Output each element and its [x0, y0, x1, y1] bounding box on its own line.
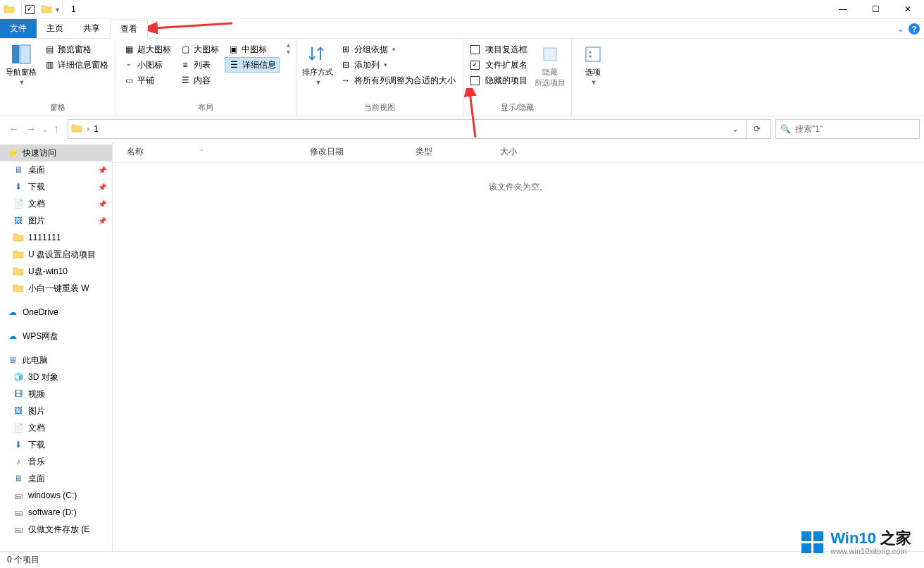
column-headers: 名称˄ 修改日期 类型 大小: [113, 142, 924, 163]
preview-pane-button[interactable]: ▤预览窗格: [41, 42, 111, 57]
sidebar-item-onedrive[interactable]: ☁OneDrive: [0, 304, 112, 321]
sort-by-button[interactable]: 排序方式 ▼: [301, 42, 335, 87]
sidebar-item-wps[interactable]: ☁WPS网盘: [0, 328, 112, 345]
folder-icon: [13, 249, 24, 260]
address-dropdown[interactable]: ⌄: [729, 124, 742, 134]
close-button[interactable]: ✕: [892, 0, 924, 19]
address-bar[interactable]: › 1 ⌄ ⟳: [68, 119, 771, 139]
search-placeholder: 搜索"1": [795, 123, 823, 135]
medium-icon: ▣: [227, 44, 239, 55]
ribbon-group-layout: ▦超大图标 ▫小图标 ▭平铺 ▢大图标 ≡列表 ☰内容 ▣中图标 ☰详细信息 ▲…: [116, 39, 296, 116]
navigation-pane[interactable]: ⭐快速访问 🖥桌面📌 ⬇下载📌 📄文档📌 🖼图片📌 1111111 U 盘设置启…: [0, 142, 113, 555]
sidebar-item-drive-d[interactable]: 🖴software (D:): [0, 504, 112, 521]
cloud-icon: ☁: [7, 331, 18, 342]
hide-selected-button[interactable]: 隐藏 所选项目: [533, 42, 567, 89]
sidebar-item-desktop[interactable]: 🖥桌面📌: [0, 161, 112, 178]
svg-point-4: [589, 51, 591, 54]
sidebar-item-folder[interactable]: 1111111: [0, 229, 112, 246]
file-list[interactable]: 名称˄ 修改日期 类型 大小 该文件夹为空。: [113, 142, 924, 555]
size-columns-icon: ↔: [340, 75, 351, 86]
help-icon[interactable]: ?: [909, 23, 920, 35]
search-input[interactable]: 🔍 搜索"1": [775, 119, 920, 139]
ribbon-group-show-hide: 项目复选框 文件扩展名 隐藏的项目 隐藏 所选项目 显示/隐藏: [463, 39, 572, 116]
status-bar: 0 个项目: [0, 551, 924, 568]
group-label-current-view: 当前视图: [301, 101, 458, 114]
recent-locations[interactable]: ⌄: [42, 125, 48, 133]
minimize-button[interactable]: —: [827, 0, 859, 19]
up-button[interactable]: ↑: [54, 123, 59, 135]
hide-icon: [539, 43, 561, 66]
title-bar: ▾ 1 — ☐ ✕: [0, 0, 924, 19]
layout-extra-large[interactable]: ▦超大图标: [120, 42, 174, 57]
sidebar-item-drive-e[interactable]: 🖴仅做文件存放 (E: [0, 521, 112, 538]
chevron-down-icon: ▾: [384, 61, 387, 68]
maximize-button[interactable]: ☐: [859, 0, 892, 19]
group-by-button[interactable]: ⊞分组依据▾: [337, 42, 458, 57]
video-icon: 🎞: [13, 388, 24, 400]
sidebar-item-this-pc[interactable]: 🖥此电脑: [0, 352, 112, 369]
layout-list[interactable]: ≡列表: [177, 57, 222, 73]
checkbox-icon[interactable]: [25, 3, 37, 16]
svg-rect-1: [20, 45, 30, 63]
sidebar-item-documents[interactable]: 📄文档📌: [0, 195, 112, 212]
item-count: 0 个项目: [7, 554, 39, 566]
sidebar-item-folder[interactable]: U盘-win10: [0, 263, 112, 280]
sidebar-item-pictures[interactable]: 🖼图片: [0, 402, 112, 419]
layout-content[interactable]: ☰内容: [177, 73, 222, 88]
layout-medium[interactable]: ▣中图标: [225, 42, 280, 57]
layout-tiles[interactable]: ▭平铺: [120, 73, 174, 88]
tab-file[interactable]: 文件: [0, 19, 37, 38]
layout-details[interactable]: ☰详细信息: [225, 57, 280, 73]
tab-home[interactable]: 主页: [37, 19, 73, 38]
sidebar-item-documents[interactable]: 📄文档: [0, 419, 112, 436]
pc-icon: 🖥: [7, 354, 18, 366]
pictures-icon: 🖼: [13, 215, 24, 226]
breadcrumb-segment[interactable]: 1: [94, 124, 99, 134]
details-pane-button[interactable]: ▥详细信息窗格: [41, 57, 111, 73]
sidebar-item-3d[interactable]: 🧊3D 对象: [0, 369, 112, 385]
size-all-columns-button[interactable]: ↔将所有列调整为合适的大小: [337, 73, 458, 88]
watermark-brand: Win10 之家: [830, 530, 911, 547]
sidebar-item-downloads[interactable]: ⬇下载📌: [0, 178, 112, 195]
sidebar-item-desktop[interactable]: 🖥桌面: [0, 470, 112, 487]
qat-overflow[interactable]: ▾: [56, 6, 59, 13]
sidebar-item-quick-access[interactable]: ⭐快速访问: [0, 144, 112, 161]
pin-icon: 📌: [98, 200, 106, 208]
tab-share[interactable]: 共享: [73, 19, 110, 38]
forward-button[interactable]: →: [25, 123, 37, 135]
refresh-button[interactable]: ⟳: [746, 120, 768, 138]
layout-large[interactable]: ▢大图标: [177, 42, 222, 57]
layout-scroll-down[interactable]: ▼: [285, 49, 292, 56]
hidden-items-toggle[interactable]: 隐藏的项目: [468, 73, 530, 88]
ribbon-collapse-icon[interactable]: ⌄: [897, 24, 904, 34]
sidebar-item-downloads[interactable]: ⬇下载: [0, 436, 112, 453]
group-by-icon: ⊞: [340, 44, 351, 55]
column-size[interactable]: 大小: [486, 146, 542, 158]
column-type[interactable]: 类型: [401, 146, 486, 158]
sort-by-label: 排序方式: [302, 67, 333, 78]
layout-small[interactable]: ▫小图标: [120, 57, 174, 73]
sidebar-item-folder[interactable]: 小白一键重装 W: [0, 280, 112, 297]
large-icon: ▢: [180, 44, 191, 55]
extra-large-icon: ▦: [123, 44, 135, 55]
cloud-icon: ☁: [7, 307, 18, 318]
options-button[interactable]: 选项 ▼: [576, 42, 610, 87]
sidebar-item-music[interactable]: ♪音乐: [0, 453, 112, 470]
document-icon: 📄: [13, 198, 24, 209]
layout-scroll-up[interactable]: ▲: [285, 42, 292, 49]
file-extensions-toggle[interactable]: 文件扩展名: [468, 57, 530, 73]
tab-view[interactable]: 查看: [110, 20, 148, 39]
group-label-panes: 窗格: [4, 101, 111, 114]
sidebar-item-pictures[interactable]: 🖼图片📌: [0, 212, 112, 229]
sidebar-item-drive-c[interactable]: 🖴windows (C:): [0, 487, 112, 504]
add-columns-button[interactable]: ⊟添加列▾: [337, 57, 458, 73]
sidebar-item-folder[interactable]: U 盘设置启动项目: [0, 246, 112, 263]
back-button[interactable]: ←: [8, 123, 20, 135]
sidebar-item-videos[interactable]: 🎞视频: [0, 385, 112, 402]
item-checkboxes-toggle[interactable]: 项目复选框: [468, 42, 530, 57]
separator: [62, 4, 63, 15]
nav-pane-button[interactable]: 导航窗格 ▼: [4, 42, 38, 87]
column-date[interactable]: 修改日期: [296, 146, 401, 158]
column-name[interactable]: 名称˄: [113, 146, 296, 158]
ribbon-group-panes: 导航窗格 ▼ ▤预览窗格 ▥详细信息窗格 窗格: [0, 39, 116, 116]
